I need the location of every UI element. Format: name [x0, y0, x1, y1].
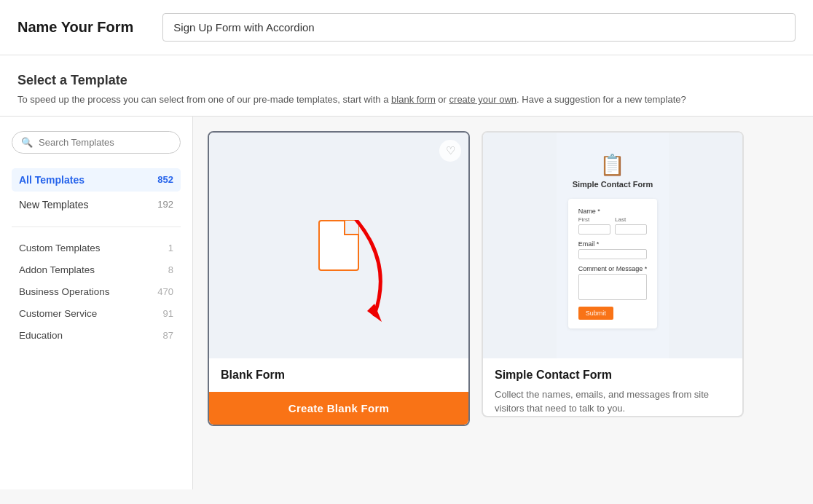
cf-last-input: [615, 224, 647, 235]
sidebar-category-education[interactable]: Education 87: [12, 325, 181, 346]
cf-submit-btn: Submit: [578, 307, 613, 320]
cf-name-row: First Last: [578, 216, 648, 235]
cf-first-input: [578, 224, 610, 235]
sidebar-category-custom[interactable]: Custom Templates 1: [12, 237, 181, 259]
cf-name-label: Name *: [578, 208, 648, 215]
customer-service-label: Customer Service: [19, 308, 97, 319]
contact-form-mock: 📋 Simple Contact Form Name * First Last: [557, 133, 669, 358]
business-ops-label: Business Operations: [19, 286, 110, 297]
new-templates-label: New Templates: [19, 199, 88, 210]
search-input[interactable]: [39, 137, 171, 148]
name-your-form-label: Name Your Form: [17, 19, 133, 36]
template-card-simple-contact[interactable]: 📋 Simple Contact Form Name * First Last: [482, 131, 744, 417]
svg-marker-0: [367, 304, 382, 322]
sidebar: 🔍 All Templates 852 New Templates 192 Cu…: [0, 117, 193, 489]
cf-email-input: [578, 249, 648, 259]
select-template-desc: To speed up the process you can select f…: [17, 92, 796, 107]
favorite-button[interactable]: ♡: [439, 140, 461, 162]
blank-form-body: Blank Form: [209, 358, 468, 382]
custom-templates-count: 1: [168, 243, 173, 253]
create-blank-form-button[interactable]: Create Blank Form: [209, 392, 468, 425]
template-card-blank[interactable]: ♡ Blank Form Create Blank Form: [208, 131, 470, 426]
blank-form-name: Blank Form: [221, 369, 457, 382]
sidebar-item-new-templates[interactable]: New Templates 192: [12, 193, 181, 216]
contact-form-preview-area: Name * First Last Email *: [568, 199, 658, 328]
main-content: 🔍 All Templates 852 New Templates 192 Cu…: [0, 117, 813, 489]
all-templates-count: 852: [157, 174, 173, 185]
templates-grid: ♡ Blank Form Create Blank Form 📋 Simple …: [193, 117, 813, 489]
blank-form-preview: ♡: [209, 133, 468, 358]
education-count: 87: [163, 330, 173, 341]
cf-email-label: Email *: [578, 240, 648, 248]
addon-templates-label: Addon Templates: [19, 264, 95, 275]
desc-text-1: To speed up the process you can select f…: [17, 94, 391, 105]
sidebar-category-addon[interactable]: Addon Templates 8: [12, 259, 181, 280]
education-label: Education: [19, 330, 63, 341]
select-template-header: Select a Template To speed up the proces…: [0, 55, 813, 117]
sidebar-divider: [12, 227, 181, 227]
business-ops-count: 470: [157, 286, 173, 297]
simple-contact-name: Simple Contact Form: [495, 369, 731, 382]
desc-suggestion: . Have a suggestion for a new template?: [517, 94, 686, 105]
new-templates-count: 192: [157, 199, 173, 210]
select-template-title: Select a Template: [17, 73, 796, 88]
addon-templates-count: 8: [168, 264, 173, 275]
all-templates-label: All Templates: [19, 174, 85, 186]
cf-message-textarea: [578, 274, 648, 300]
cf-message-label: Comment or Message *: [578, 265, 648, 272]
simple-contact-preview: 📋 Simple Contact Form Name * First Last: [483, 133, 742, 358]
name-your-form-bar: Name Your Form: [0, 0, 813, 55]
search-icon: 🔍: [21, 137, 33, 148]
customer-service-count: 91: [163, 308, 173, 319]
sidebar-item-all-templates[interactable]: All Templates 852: [12, 168, 181, 192]
file-icon: [318, 220, 359, 271]
simple-contact-body: Simple Contact Form Collect the names, e…: [483, 358, 742, 416]
blank-form-link[interactable]: blank form: [391, 94, 436, 105]
desc-or: or: [436, 94, 449, 105]
contact-form-icon: 📋: [600, 153, 625, 177]
sidebar-category-customer-service[interactable]: Customer Service 91: [12, 303, 181, 324]
custom-templates-label: Custom Templates: [19, 243, 101, 253]
sidebar-category-business[interactable]: Business Operations 470: [12, 281, 181, 302]
simple-contact-desc: Collect the names, emails, and messages …: [495, 387, 731, 416]
create-own-link[interactable]: create your own: [449, 94, 517, 105]
contact-form-preview-title: Simple Contact Form: [573, 180, 653, 189]
form-name-input[interactable]: [162, 13, 796, 42]
search-box[interactable]: 🔍: [12, 131, 181, 154]
